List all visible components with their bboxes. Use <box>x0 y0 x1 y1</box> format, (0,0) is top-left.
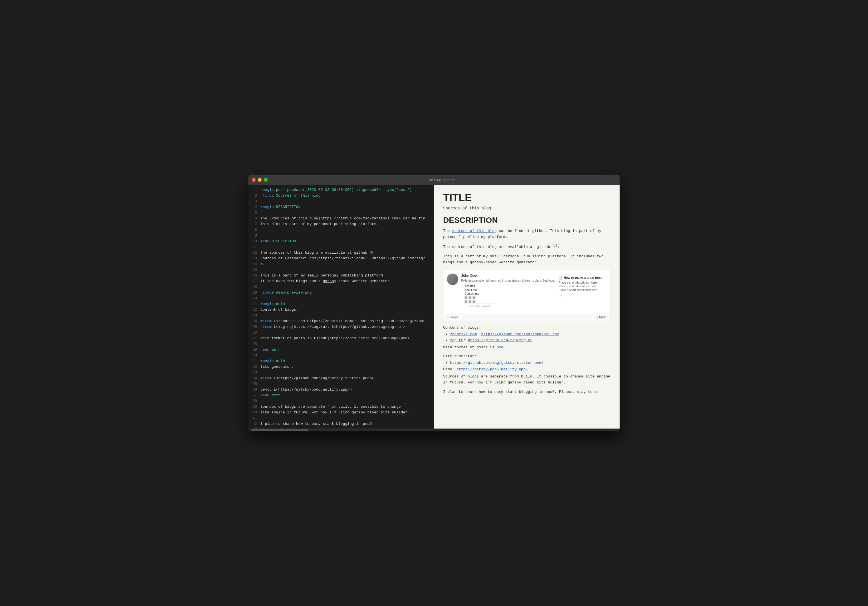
blog-item2-link[interactable]: https://github.com/zag/zag.ru <box>468 338 532 342</box>
demo-link[interactable]: https://gatsby-pod6.netlify.app/ <box>457 367 528 371</box>
line-content: The L<sources of this blog|https://githu… <box>260 216 434 221</box>
line-content: =begin defn <box>260 359 434 364</box>
line-number: 28 <box>248 341 260 347</box>
line-number: 7 <box>248 221 260 227</box>
sidebar-nav: Articles About me Contact me <box>461 283 555 310</box>
code-line: 6The L<sources of this blog|https://gith… <box>248 216 434 221</box>
line-number: 39 <box>248 404 260 410</box>
line-number: 24 <box>248 318 260 324</box>
social-icon-f <box>465 297 467 299</box>
line-content <box>260 295 434 301</box>
line-number: 23 <box>248 313 260 318</box>
line-number: 20 <box>248 295 260 301</box>
code-line: 10=end DESCRIPTION <box>248 238 434 244</box>
line-number: 29 <box>248 347 260 352</box>
post-icon: 📝 <box>559 276 563 279</box>
line-content <box>260 330 434 335</box>
line-number: 18 <box>248 284 260 290</box>
site-list: https://github.com/zag/gatsby-starter-po… <box>450 361 611 365</box>
author-text: Pellentesque odio nisi, euismod in, phar… <box>461 279 555 283</box>
code-line: 29=end defn <box>248 347 434 352</box>
window-title: 08-blog-content <box>268 178 616 182</box>
line-content <box>260 284 434 290</box>
line-number: 8 <box>248 227 260 233</box>
social-icons-row1 <box>465 297 494 299</box>
code-line: 23 <box>248 313 434 318</box>
close-button[interactable] <box>252 178 256 182</box>
blog-item1-link[interactable]: https://github.com/zag/zahatski.com <box>481 332 559 336</box>
line-number: 33 <box>248 370 260 376</box>
horizontal-scrollbar[interactable] <box>248 428 620 431</box>
desc-para1-link[interactable]: sources of this blog <box>452 229 496 233</box>
code-line: 7This blog is part of my personal publis… <box>248 221 434 227</box>
line-content <box>260 227 434 233</box>
line-number: 13 <box>248 256 260 261</box>
line-content <box>260 341 434 347</box>
line-number: 16 <box>248 273 260 278</box>
code-line: 20 <box>248 295 434 301</box>
scrollbar-thumb[interactable] <box>251 430 308 431</box>
code-line: 36Demo: L<https://gatsby-pod6.netlify.ap… <box>248 387 434 393</box>
blog-item1-sep: : <box>477 332 479 336</box>
code-line: 2=TITLE Sources of this blog <box>248 193 434 199</box>
line-content: This is a part of my small personal publ… <box>260 273 434 278</box>
post-title-text: How to make a great post <box>564 276 601 279</box>
line-content: I plan to share how to easy start bloggi… <box>260 421 434 427</box>
line-content: =item L<zahatski.com|https://zahatski.co… <box>260 318 434 324</box>
code-line: 37=end defn <box>248 393 434 398</box>
sidebar-item-contact: Contact me <box>465 292 494 295</box>
line-number: 26 <box>248 330 260 335</box>
code-line: 13Sources of L<zahatski.com|https://zaha… <box>248 256 434 261</box>
code-line: 25=item L<zag.ru|https://zag.ru>: L<http… <box>248 324 434 330</box>
avatar-image <box>447 274 458 285</box>
format-link[interactable]: pod6 <box>496 345 505 349</box>
author-info: John Doe Pellentesque odio nisi, euismod… <box>461 274 555 310</box>
author-avatar <box>447 274 458 285</box>
minimize-button[interactable] <box>258 178 262 182</box>
code-line: 41 <box>248 416 434 421</box>
social-icon-ig <box>473 300 476 303</box>
code-line: 28 <box>248 341 434 347</box>
code-line: 27Main format of posts is L<pod6|https:/… <box>248 335 434 341</box>
line-number: 40 <box>248 410 260 416</box>
line-number: 1 <box>248 187 260 193</box>
code-line: 21=begin defn <box>248 301 434 307</box>
code-line: 12The sources of this blog are available… <box>248 250 434 256</box>
line-content: This blog is part of my personal publish… <box>260 221 434 227</box>
line-content: site engine in future. For now i'm using… <box>260 410 434 416</box>
line-number: 9 <box>248 233 260 238</box>
site-list-item-1: https://github.com/zag/gatsby-starter-po… <box>450 361 611 365</box>
line-content <box>260 210 434 216</box>
line-number: 15 <box>248 267 260 273</box>
line-content: =end defn <box>260 347 434 352</box>
line-content <box>260 381 434 387</box>
line-content: Site generator: <box>260 364 434 370</box>
line-content: =item L<zag.ru|https://zag.ru>: L<https:… <box>260 324 434 330</box>
line-number: 36 <box>248 387 260 393</box>
line-number: 6 <box>248 216 260 221</box>
preview-panel[interactable]: TITLE Sources of this blog DESCRIPTION T… <box>434 185 620 428</box>
social-icon-tg <box>468 300 471 303</box>
line-number: 21 <box>248 301 260 307</box>
editor-panel[interactable]: 1=begin pod :pubdate('2020-05-08 08:00:0… <box>248 185 434 428</box>
closing-para1: Sources of blogs are separate from build… <box>443 374 611 386</box>
line-content: =end DESCRIPTION <box>260 238 434 244</box>
line-content: The sources of this blog are available a… <box>260 250 434 256</box>
demo-text: Demo: https://gatsby-pod6.netlify.app/ <box>443 367 611 371</box>
code-line: 1=begin pod :pubdate('2020-05-08 08:00:0… <box>248 187 434 193</box>
blog-item1-label-link[interactable]: zahatski.com <box>450 332 477 336</box>
blog-list-item-2: zag.ru: https://github.com/zag/zag.ru <box>450 338 611 342</box>
line-content: =begin DESCRIPTION <box>260 204 434 210</box>
footnote-ref: [1] <box>552 244 557 247</box>
code-line: 18 <box>248 284 434 290</box>
code-line: 24=item L<zahatski.com|https://zahatski.… <box>248 318 434 324</box>
code-content: 1=begin pod :pubdate('2020-05-08 08:00:0… <box>248 185 434 428</box>
sidebar-item-about: About me <box>465 288 494 292</box>
traffic-lights <box>252 178 268 182</box>
line-content: Content of blogs: <box>260 307 434 313</box>
site-link[interactable]: https://github.com/zag/gatsby-starter-po… <box>450 361 544 365</box>
blog-item2-label-link[interactable]: zag.ru <box>450 338 463 342</box>
maximize-button[interactable] <box>264 178 268 182</box>
blog-item2-sep: : <box>463 338 466 342</box>
line-content: Sources of blogs are separate from build… <box>260 404 434 410</box>
